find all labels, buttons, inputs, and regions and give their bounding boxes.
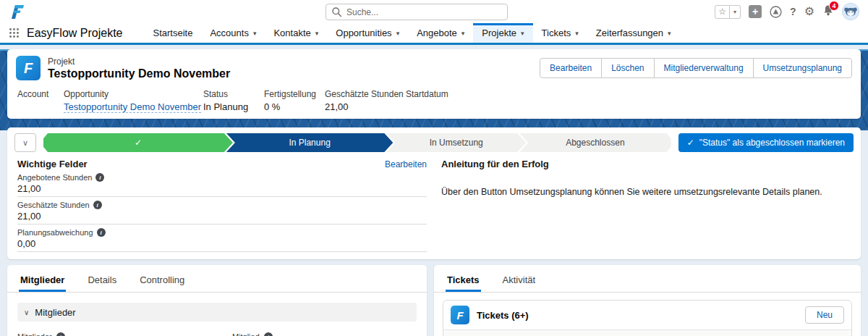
key-field: Angebotene Stundeni 21,00 [17, 173, 427, 197]
field-label: Opportunity [64, 89, 203, 99]
tickets-related-list: F Tickets (6+) Neu Sortierung Name Thema… [443, 300, 852, 336]
key-field: Geschätzte Stundeni 21,00 [17, 201, 427, 224]
path-track: ✓ In Planung In Umsetzung Abgeschlossen [43, 133, 671, 152]
nav-item-accounts[interactable]: Accounts▾ [201, 23, 265, 43]
chevron-down-icon: ▾ [575, 30, 579, 37]
setup-gear-icon[interactable]: ⚙ [804, 6, 814, 17]
chevron-down-icon: ∨ [24, 308, 29, 316]
loeschen-button[interactable]: Löschen [601, 58, 654, 78]
mitgliederverwaltung-button[interactable]: Mitgliederverwaltung [654, 58, 754, 78]
chevron-down-icon: ▾ [668, 30, 671, 37]
highlights-fields: Account Opportunity Testopportunity Demo… [16, 89, 852, 113]
key-field: Planungsabweichungi 0,00 [17, 228, 427, 252]
help-icon[interactable]: ? [790, 7, 796, 17]
path-step-in-planung[interactable]: In Planung [226, 133, 393, 152]
key-fields-edit-link[interactable]: Bearbeiten [385, 159, 427, 169]
notifications-bell-icon[interactable]: 4 [822, 4, 834, 20]
global-search [326, 4, 508, 20]
column-header-name[interactable]: Name [540, 330, 637, 336]
chevron-down-icon: ▾ [461, 30, 465, 37]
field-label: Account [17, 89, 64, 99]
detail-panel: Mitglieder Details Controlling ∨ Mitglie… [7, 265, 427, 336]
easyflow-logo-icon [10, 4, 25, 20]
notification-count-badge: 4 [829, 1, 839, 11]
column-header-thema[interactable]: Thema [637, 330, 731, 336]
favorites-group: ☆ ▾ [715, 5, 741, 19]
umsetzungsplanung-button[interactable]: Umsetzungsplanung [753, 58, 852, 78]
related-panel: Tickets Aktivität F Tickets (6+) Neu Sor… [434, 265, 861, 336]
path-step-in-umsetzung[interactable]: In Umsetzung [386, 133, 526, 152]
path-card: ∨ ✓ In Planung In Umsetzung Abgeschlosse… [7, 127, 861, 259]
info-icon[interactable]: i [93, 201, 102, 209]
column-header-sortierung[interactable]: Sortierung [443, 330, 540, 336]
tab-aktivitaet[interactable]: Aktivität [501, 265, 537, 292]
field-value: In Planung [203, 101, 264, 113]
nav-item-projekte[interactable]: Projekte▾ [473, 23, 532, 43]
field-label: Geschätzte Stunden [325, 89, 406, 99]
chevron-down-icon: ▾ [315, 30, 319, 37]
chevron-down-icon: ▾ [253, 30, 257, 37]
info-icon[interactable]: i [95, 173, 104, 182]
chevron-down-icon: ▾ [521, 30, 524, 37]
app-name: EasyFlow Projekte [27, 23, 145, 43]
user-avatar[interactable] [842, 3, 859, 20]
neu-button[interactable]: Neu [805, 306, 844, 324]
nav-item-angebote[interactable]: Angebote▾ [408, 23, 473, 43]
field-label: Status [203, 89, 264, 99]
column-header-teilprojekt[interactable]: Teilprojekt [731, 330, 820, 336]
field-value [17, 101, 64, 113]
ticket-entity-icon: F [451, 306, 469, 324]
nav-item-startseite[interactable]: Startseite [145, 23, 202, 43]
record-header-card: F Projekt Testopportunity Demo November … [7, 49, 861, 119]
info-icon[interactable]: i [56, 332, 65, 336]
field-value: 21,00 [325, 101, 406, 113]
chevron-down-icon: ▾ [396, 30, 400, 37]
guidance-column: Anleitung für den Erfolg Über den Button… [441, 159, 851, 252]
key-fields-title: Wichtige Felder [17, 159, 88, 169]
guidance-text: Über den Button Umsetzungsplanung können… [441, 187, 851, 197]
check-icon: ✓ [687, 138, 694, 148]
app-launcher-icon[interactable] [0, 23, 27, 43]
detail-tabs: Mitglieder Details Controlling [7, 265, 427, 293]
global-header: ☆ ▾ + ? ⚙ 4 [0, 0, 868, 23]
entity-label: Projekt [48, 56, 230, 67]
search-icon [331, 7, 342, 20]
tab-details[interactable]: Details [86, 265, 118, 292]
tickets-list-title: Tickets (6+) [477, 310, 529, 321]
info-icon[interactable]: i [97, 228, 106, 237]
path-step-complete[interactable]: ✓ [43, 133, 233, 152]
guidance-title: Anleitung für den Erfolg [441, 159, 851, 169]
field-label: Startdatum [406, 89, 471, 99]
opportunity-link[interactable]: Testopportunity Demo November [64, 101, 203, 113]
path-step-abgeschlossen[interactable]: Abgeschlossen [519, 133, 671, 152]
nav-item-zeiterfassungen[interactable]: Zeiterfassungen▾ [587, 23, 680, 43]
mitglied-checkbox-field: Mitgliedi ✓ [232, 332, 417, 336]
path-toggle-chevron-icon[interactable]: ∨ [14, 133, 36, 152]
nav-item-kontakte[interactable]: Kontakte▾ [265, 23, 327, 43]
mark-status-complete-button[interactable]: ✓ "Status" als abgeschlossen markieren [678, 133, 854, 152]
key-fields-column: Wichtige Felder Bearbeiten Angebotene St… [17, 159, 427, 252]
bearbeiten-button[interactable]: Bearbeiten [540, 58, 602, 78]
nav-item-opportunities[interactable]: Opportunities▾ [327, 23, 408, 43]
check-icon: ✓ [135, 138, 142, 148]
record-actions: Bearbeiten Löschen Mitgliederverwaltung … [540, 58, 852, 78]
field-label: Fertigstellung [264, 89, 325, 99]
related-tabs: Tickets Aktivität [434, 265, 861, 293]
global-add-icon[interactable]: + [749, 5, 762, 18]
field-value [406, 101, 471, 113]
mitglieder-count-field: Mitgliederi 1 [17, 332, 210, 336]
guidance-icon[interactable] [770, 6, 782, 18]
tickets-table: Sortierung Name Thema Teilprojekt 1,00 T… [443, 329, 851, 336]
favorite-caret-icon[interactable]: ▾ [730, 5, 741, 19]
tab-mitglieder[interactable]: Mitglieder [19, 265, 66, 292]
mitglieder-section-header[interactable]: ∨ Mitglieder [17, 303, 417, 322]
nav-item-tickets[interactable]: Tickets▾ [533, 23, 587, 43]
tab-tickets[interactable]: Tickets [446, 265, 481, 292]
search-input[interactable] [326, 4, 508, 20]
project-entity-icon: F [16, 56, 41, 80]
app-nav-bar: EasyFlow Projekte Startseite Accounts▾ K… [0, 23, 868, 45]
tab-controlling[interactable]: Controlling [138, 265, 186, 292]
info-icon[interactable]: i [264, 332, 273, 336]
favorite-star-icon[interactable]: ☆ [715, 5, 730, 19]
field-value: 0 % [264, 101, 325, 113]
